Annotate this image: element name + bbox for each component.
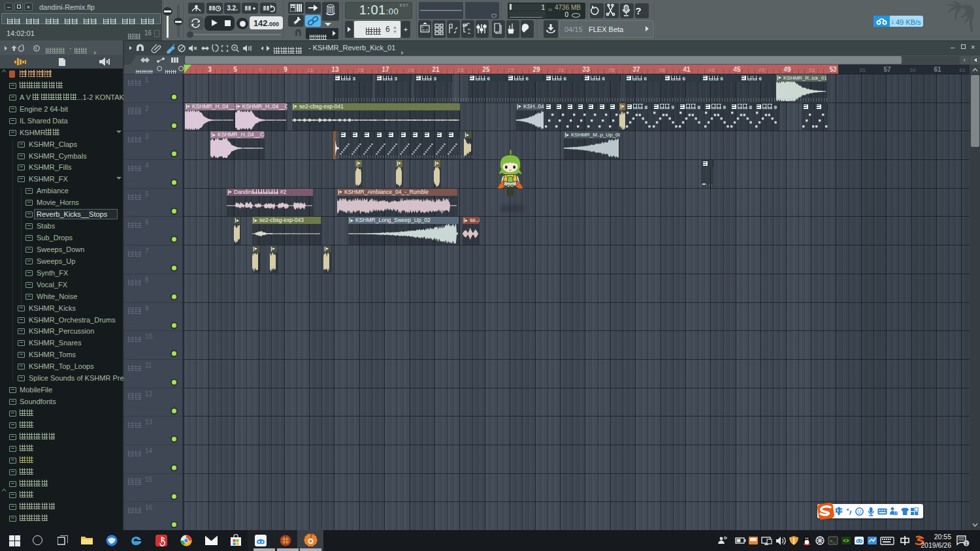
svg-text:?: ? xyxy=(635,5,641,16)
svg-text:1: 1 xyxy=(965,541,968,546)
svg-text:>_: >_ xyxy=(830,539,836,544)
svg-text:12: 12 xyxy=(894,511,898,515)
